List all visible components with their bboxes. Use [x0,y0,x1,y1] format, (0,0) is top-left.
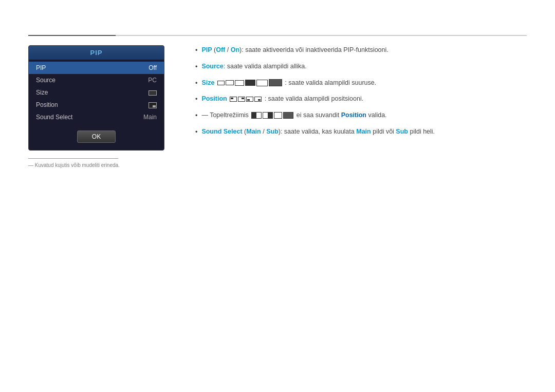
size-icon-5 [256,80,268,86]
kw-size: Size [201,79,214,86]
bullet-pip: PIP (Off / On): saate aktiveerida või in… [195,45,527,55]
kw-pip: PIP [201,46,212,53]
pip-value-position [149,101,157,108]
kw-sub: Sub [266,128,279,135]
bullet-size-content: Size : saate valida alampildi suuruse. [201,78,376,88]
bullet-source: Source: saate valida alampildi allika. [195,62,527,72]
pip-label-pip: PIP [36,64,46,71]
bullet-double-content: — Topeltrežiimis ei saa suvandit Positio… [201,110,386,120]
pip-ok-area: OK [29,125,164,150]
content-area: PIP (Off / On): saate aktiveerida või in… [195,45,527,143]
pos-icon-tl [230,97,237,102]
position-icon [149,102,157,108]
pip-panel-title: PIP [29,46,164,60]
size-icon-6 [269,79,282,86]
pip-label-source: Source [36,77,55,84]
double-mode-icons [251,112,293,119]
pip-menu: PIP Off Source PC Size Position Sound Se… [29,60,164,125]
kw-sub2: Sub [396,128,408,135]
bullet-size: Size : saate valida alampildi suuruse. [195,78,527,88]
top-divider [28,35,527,36]
pip-row-size[interactable]: Size [29,86,164,99]
dmi-3 [274,112,282,119]
size-icon-1 [217,81,225,85]
kw-main2: Main [356,128,371,135]
kw-off: Off [216,46,225,53]
pip-row-pip[interactable]: PIP Off [29,62,164,74]
pip-panel: PIP PIP Off Source PC Size Position Soun… [28,45,164,151]
kw-on: On [231,46,239,53]
pip-row-sound-select[interactable]: Sound Select Main [29,111,164,123]
size-icon-3 [235,80,244,86]
pip-value-sound-select: Main [143,114,157,121]
pip-label-sound-select: Sound Select [36,114,72,121]
size-icon-4 [245,80,255,86]
bullet-list: PIP (Off / On): saate aktiveerida või in… [195,45,527,137]
bullet-double: — Topeltrežiimis ei saa suvandit Positio… [195,110,527,121]
pip-value-size [149,89,157,96]
footnote-text: — Kuvatud kujutis võib mudeliti erineda. [28,162,120,168]
pip-label-size: Size [36,89,48,96]
kw-main: Main [246,128,261,135]
kw-source: Source [201,63,223,70]
size-icon-2 [226,80,234,85]
pip-row-source[interactable]: Source PC [29,74,164,86]
kw-sound-select: Sound Select [201,128,242,135]
pos-icons [230,97,262,102]
pip-row-position[interactable]: Position [29,99,164,111]
bullet-sound-content: Sound Select (Main / Sub): saate valida,… [201,127,435,137]
pos-icon-bl [246,97,253,102]
dmi-2 [263,112,273,119]
bullet-pip-content: PIP (Off / On): saate aktiveerida või in… [201,45,388,55]
size-icon [149,90,157,96]
bullet-source-content: Source: saate valida alampildi allika. [201,62,306,71]
pos-icon-br [254,97,262,102]
pos-icon-tr [238,97,245,102]
dmi-4 [283,112,293,119]
pip-value-pip: Off [149,64,157,71]
bullet-sound: Sound Select (Main / Sub): saate valida,… [195,127,527,137]
ok-button[interactable]: OK [77,130,116,143]
pip-label-position: Position [36,101,58,108]
size-icons [217,79,282,86]
kw-position-blue: Position [341,111,366,119]
kw-position: Position [201,95,227,102]
bullet-position: Position : saate valida alampildi posits… [195,94,527,104]
bullet-position-content: Position : saate valida alampildi posits… [201,94,363,104]
dmi-1 [251,112,262,119]
pip-value-source: PC [148,77,157,84]
footnote-line [28,158,118,159]
